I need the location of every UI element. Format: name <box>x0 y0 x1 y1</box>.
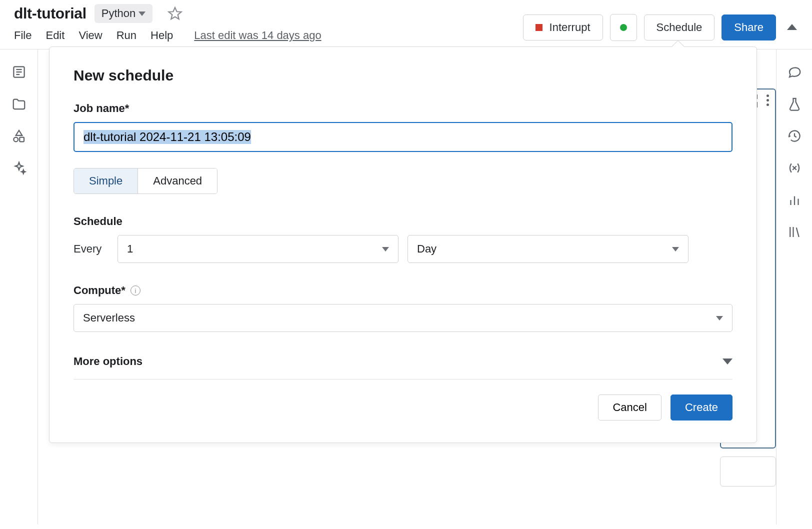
every-label: Every <box>74 242 108 256</box>
kebab-icon[interactable] <box>766 94 769 108</box>
chevron-up-icon <box>787 24 797 30</box>
flask-icon[interactable] <box>787 96 802 112</box>
variables-icon[interactable] <box>787 160 802 176</box>
folder-icon[interactable] <box>12 96 26 112</box>
chevron-down-icon <box>722 358 732 364</box>
share-button[interactable]: Share <box>722 14 776 40</box>
menu-help[interactable]: Help <box>150 29 173 42</box>
schedule-button[interactable]: Schedule <box>644 14 715 40</box>
interval-select[interactable]: 1 <box>118 235 398 263</box>
dialog-actions: Cancel Create <box>74 394 732 420</box>
sparkle-icon[interactable] <box>12 160 26 176</box>
chat-icon[interactable] <box>787 64 802 80</box>
tab-advanced[interactable]: Advanced <box>138 168 217 194</box>
outline-icon[interactable] <box>12 64 26 80</box>
unit-select[interactable]: Day <box>408 235 688 263</box>
svg-line-13 <box>796 228 798 237</box>
compute-label: Compute* <box>74 284 126 297</box>
svg-marker-0 <box>169 8 182 19</box>
stop-icon <box>536 24 542 31</box>
shapes-icon[interactable] <box>12 128 26 144</box>
menu-edit[interactable]: Edit <box>46 29 64 42</box>
unit-value: Day <box>417 242 436 256</box>
create-button[interactable]: Create <box>670 394 732 420</box>
language-label: Python <box>102 7 136 20</box>
header-collapse-button[interactable] <box>783 23 801 32</box>
title-block: dlt-tutorial Python File Edit View Run H… <box>14 4 322 49</box>
chevron-down-icon <box>672 247 679 252</box>
top-bar: dlt-tutorial Python File Edit View Run H… <box>0 0 812 50</box>
share-label: Share <box>734 21 764 34</box>
workspace: e}") New schedule Job name* Simple Advan… <box>0 50 812 524</box>
schedule-popover: New schedule Job name* Simple Advanced S… <box>49 46 757 443</box>
interrupt-button[interactable]: Interrupt <box>523 14 603 40</box>
right-rail <box>776 50 812 524</box>
menu-run[interactable]: Run <box>116 29 136 42</box>
cell-output[interactable] <box>720 456 776 486</box>
svg-marker-5 <box>16 130 22 136</box>
menu-view[interactable]: View <box>78 29 102 42</box>
left-rail <box>0 50 38 524</box>
menu-bar: File Edit View Run Help Last edit was 14… <box>14 23 322 49</box>
cancel-button[interactable]: Cancel <box>598 394 661 420</box>
schedule-label: Schedule <box>656 21 702 34</box>
status-dot-icon <box>620 24 627 31</box>
compute-label-row: Compute* i <box>74 284 732 297</box>
cluster-status-button[interactable] <box>610 14 637 41</box>
interval-value: 1 <box>127 242 133 256</box>
interrupt-label: Interrupt <box>550 21 590 34</box>
svg-point-6 <box>14 138 18 142</box>
library-icon[interactable] <box>787 224 802 240</box>
schedule-tabs: Simple Advanced <box>74 168 218 194</box>
canvas: e}") New schedule Job name* Simple Advan… <box>38 50 776 524</box>
tab-simple[interactable]: Simple <box>74 168 138 194</box>
bars-icon[interactable] <box>787 192 802 208</box>
history-icon[interactable] <box>787 128 802 144</box>
compute-value: Serverless <box>83 312 135 324</box>
schedule-section-label: Schedule <box>74 215 732 228</box>
more-options-row[interactable]: More options <box>74 355 732 380</box>
last-edit-link[interactable]: Last edit was 14 days ago <box>194 29 321 42</box>
job-name-label: Job name* <box>74 102 732 115</box>
chevron-down-icon <box>382 247 389 252</box>
schedule-row: Every 1 Day <box>74 235 732 263</box>
top-right-actions: Interrupt Schedule Share <box>523 14 801 41</box>
language-selector[interactable]: Python <box>94 4 153 23</box>
info-icon[interactable]: i <box>130 286 140 296</box>
more-options-label: More options <box>74 355 142 368</box>
chevron-down-icon <box>138 12 146 16</box>
chevron-down-icon <box>716 316 723 320</box>
svg-rect-7 <box>20 138 24 142</box>
menu-file[interactable]: File <box>14 29 32 42</box>
job-name-input[interactable] <box>74 122 732 152</box>
star-icon[interactable] <box>168 6 182 21</box>
popover-title: New schedule <box>74 67 732 84</box>
notebook-title[interactable]: dlt-tutorial <box>14 5 86 22</box>
compute-select[interactable]: Serverless <box>74 304 732 332</box>
